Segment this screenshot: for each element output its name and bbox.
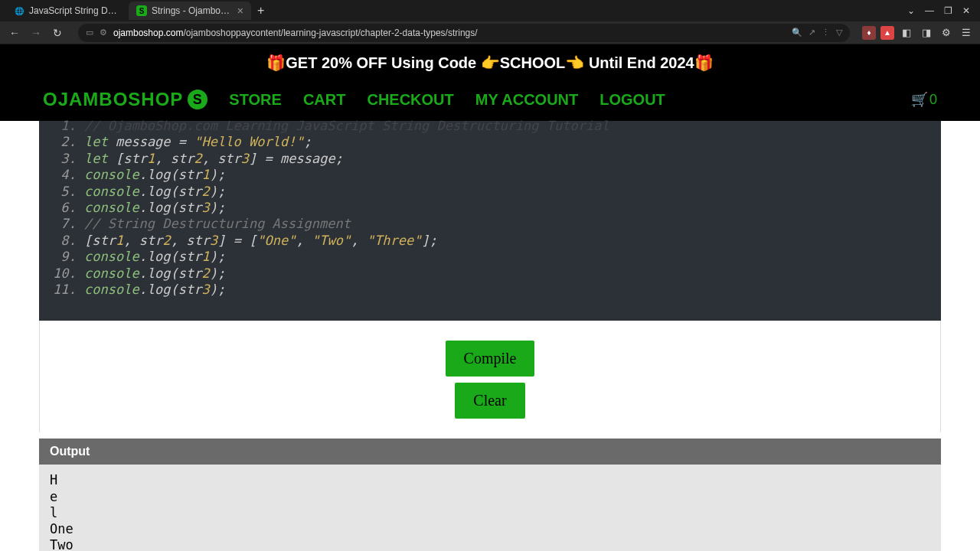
tab-active[interactable]: S Strings - OjamboShop × <box>129 2 251 20</box>
code-line: 5. console.log(str2); <box>53 184 927 200</box>
back-button[interactable]: ← <box>6 24 23 41</box>
code-line: 9. console.log(str1); <box>53 249 927 265</box>
code-line: 8. [str1, str2, str3] = ["One", "Two", "… <box>53 233 927 249</box>
share-icon[interactable]: ↗ <box>808 28 815 37</box>
window-controls: ⌄ — ❐ ✕ <box>903 3 974 18</box>
compile-button[interactable]: Compile <box>446 341 535 377</box>
extension-icon[interactable]: ♦ <box>862 26 876 40</box>
globe-icon: 🌐 <box>14 5 24 16</box>
code-line: 4. console.log(str1); <box>53 167 927 183</box>
menu-icon[interactable]: ☰ <box>959 25 974 41</box>
browser-toolbar: ← → ↻ ▭ ⚙ ojamboshop.com/ojamboshoppayco… <box>0 21 980 44</box>
clear-button[interactable]: Clear <box>455 383 524 419</box>
rss-icon[interactable]: ⋮ <box>822 28 830 37</box>
output-header: Output <box>39 439 941 465</box>
new-tab-button[interactable]: + <box>251 4 270 18</box>
output-section: Output H e l One Two Three <box>39 439 941 551</box>
reader-mode-icon[interactable]: ▭ <box>86 28 93 37</box>
code-line: 3. let [str1, str2, str3] = message; <box>53 151 927 167</box>
tab-title: JavaScript String Destructuring <box>29 5 121 16</box>
forward-button[interactable]: → <box>28 24 44 41</box>
zoom-icon[interactable]: 🔍 <box>792 28 802 37</box>
site-logo[interactable]: OJAMBOSHOP S <box>43 89 207 110</box>
cart-count: 0 <box>929 92 937 108</box>
logo-mark: S <box>188 90 207 109</box>
cart-icon: 🛒 <box>911 91 928 108</box>
browser-tab-strip: 🌐 JavaScript String Destructuring S Stri… <box>0 0 980 21</box>
reload-button[interactable]: ↻ <box>49 24 66 41</box>
output-body: H e l One Two Three <box>39 465 941 551</box>
maximize-button[interactable]: ❐ <box>940 3 956 18</box>
url-bar[interactable]: ▭ ⚙ ojamboshop.com/ojamboshoppaycontent/… <box>78 24 850 42</box>
tab-title: Strings - OjamboShop <box>152 5 233 16</box>
code-line: 7. // String Destructuring Assignment <box>53 216 927 232</box>
page-viewport: 🎁GET 20% OFF Using Code 👉SCHOOL👈 Until E… <box>0 44 980 551</box>
promo-banner: 🎁GET 20% OFF Using Code 👉SCHOOL👈 Until E… <box>0 44 980 81</box>
code-editor[interactable]: 1. // OjamboShop.com Learning JavaScript… <box>39 121 941 321</box>
content-area: 1. // OjamboShop.com Learning JavaScript… <box>0 121 980 551</box>
nav-cart[interactable]: CART <box>303 91 346 109</box>
brave-icon[interactable]: ▲ <box>880 26 894 40</box>
toolbar-right: ♦ ▲ ◧ ◨ ⚙ ☰ <box>862 25 974 41</box>
site-settings-icon[interactable]: ⚙ <box>100 28 107 37</box>
code-line: 1. // OjamboShop.com Learning JavaScript… <box>53 118 927 134</box>
page-scroll[interactable]: 🎁GET 20% OFF Using Code 👉SCHOOL👈 Until E… <box>0 44 980 551</box>
close-window-button[interactable]: ✕ <box>959 3 974 18</box>
logo-text: OJAMBOSHOP <box>43 89 183 110</box>
nav-account[interactable]: MY ACCOUNT <box>475 91 578 109</box>
minimize-button[interactable]: — <box>922 3 937 18</box>
nav-checkout[interactable]: CHECKOUT <box>367 91 453 109</box>
code-line: 11. console.log(str3); <box>53 282 927 298</box>
main-navigation: OJAMBOSHOP S STORE CART CHECKOUT MY ACCO… <box>0 81 980 121</box>
code-line: 10. console.log(str2); <box>53 266 927 282</box>
url-text: ojamboshop.com/ojamboshoppaycontent/lear… <box>113 28 786 38</box>
cart-widget[interactable]: 🛒0 <box>911 91 937 108</box>
close-icon[interactable]: × <box>237 5 243 17</box>
chevron-down-icon[interactable]: ⌄ <box>903 3 919 18</box>
nav-logout[interactable]: LOGOUT <box>599 91 665 109</box>
sidebar-icon[interactable]: ◧ <box>899 25 914 41</box>
code-line: 2. let message = "Hello World!"; <box>53 134 927 150</box>
settings-icon[interactable]: ⚙ <box>939 25 954 41</box>
shield-icon[interactable]: ▽ <box>836 28 842 37</box>
nav-store[interactable]: STORE <box>229 91 282 109</box>
tab-inactive[interactable]: 🌐 JavaScript String Destructuring <box>6 2 129 19</box>
panel-icon[interactable]: ◨ <box>919 25 934 41</box>
code-line: 6. console.log(str3); <box>53 200 927 216</box>
site-favicon: S <box>136 5 147 16</box>
action-buttons: Compile Clear <box>39 321 941 432</box>
